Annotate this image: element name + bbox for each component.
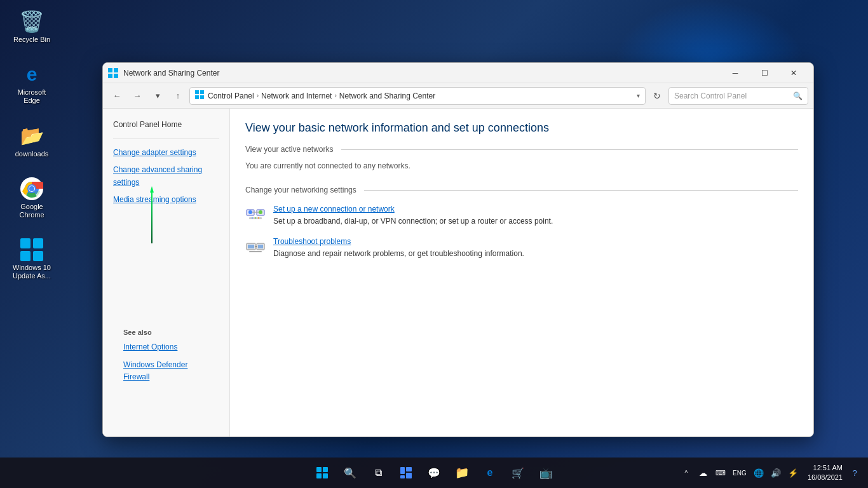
troubleshoot-link[interactable]: Troubleshoot problems <box>273 237 798 246</box>
change-settings-header: Change your networking settings <box>245 186 798 194</box>
setup-connection-content: Set up a new connection or network Set u… <box>273 205 798 227</box>
active-networks-header: View your active networks <box>245 145 798 154</box>
address-dropdown-icon[interactable]: ▾ <box>637 92 640 99</box>
svg-point-20 <box>259 210 262 214</box>
edge-label: Microsoft Edge <box>9 88 55 105</box>
window-icon <box>108 68 118 78</box>
taskbar-search-button[interactable]: 🔍 <box>337 460 363 485</box>
news-button[interactable]: 📺 <box>533 460 559 485</box>
breadcrumb: Control Panel › Network and Internet › N… <box>208 92 633 100</box>
svg-point-19 <box>248 210 252 214</box>
date-display: 16/08/2021 <box>808 473 843 482</box>
desktop-icon-edge[interactable]: e Microsoft Edge <box>6 59 57 107</box>
taskbar-edge-button[interactable]: e <box>477 460 503 485</box>
recycle-bin-label: Recycle Bin <box>13 36 50 44</box>
svg-rect-7 <box>20 251 31 261</box>
forward-button[interactable]: → <box>128 87 146 105</box>
recycle-bin-icon: 🗑️ <box>19 9 44 34</box>
see-also-label: See also <box>113 323 220 339</box>
edge-icon: e <box>19 62 44 87</box>
setup-connection-link[interactable]: Set up a new connection or network <box>273 205 798 214</box>
svg-point-4 <box>29 186 34 191</box>
teams-button[interactable]: 💬 <box>421 460 447 485</box>
task-view-button[interactable]: ⧉ <box>365 460 391 485</box>
svg-rect-27 <box>248 245 254 248</box>
taskbar-onedrive-icon[interactable]: ☁ <box>695 463 712 483</box>
time-display: 12:51 AM <box>808 463 843 473</box>
troubleshoot-desc: Diagnose and repair network problems, or… <box>273 249 524 258</box>
sidebar-media-streaming[interactable]: Media streaming options <box>103 191 229 208</box>
window-controls: ─ ☐ ✕ <box>721 63 808 83</box>
sidebar-separator <box>113 139 219 139</box>
chrome-label: Google Chrome <box>9 203 55 219</box>
title-bar: Network and Sharing Center ─ ☐ ✕ <box>103 63 813 83</box>
svg-rect-14 <box>200 90 204 94</box>
taskbar-question-icon[interactable]: ? <box>846 463 863 483</box>
setup-connection-desc: Set up a broadband, dial-up, or VPN conn… <box>273 217 553 226</box>
up-button[interactable]: ↑ <box>169 87 187 105</box>
desktop-icon-downloads[interactable]: 📂 downloads <box>6 121 57 161</box>
svg-rect-13 <box>195 90 199 94</box>
svg-rect-37 <box>323 473 328 478</box>
desktop-icon-recycle-bin[interactable]: 🗑️ Recycle Bin <box>6 6 57 46</box>
svg-rect-31 <box>249 251 262 252</box>
svg-rect-34 <box>316 467 322 472</box>
svg-rect-16 <box>200 95 204 99</box>
troubleshoot-item: Troubleshoot problems Diagnose and repai… <box>245 232 798 264</box>
sidebar-change-adapter-settings[interactable]: Change adapter settings <box>103 144 229 161</box>
maximize-button[interactable]: ☐ <box>750 63 779 83</box>
sidebar-windows-defender-firewall[interactable]: Windows Defender Firewall <box>113 356 220 386</box>
breadcrumb-sharing-center[interactable]: Network and Sharing Center <box>339 92 435 100</box>
downloads-icon: 📂 <box>19 123 44 149</box>
svg-rect-40 <box>406 473 412 478</box>
system-tray-chevron[interactable]: ^ <box>678 463 695 483</box>
desktop: 🗑️ Recycle Bin e Microsoft Edge 📂 downlo… <box>0 0 868 488</box>
sidebar-control-panel-home[interactable]: Control Panel Home <box>103 116 229 133</box>
back-button[interactable]: ← <box>108 87 126 105</box>
file-explorer-button[interactable]: 📁 <box>449 460 475 485</box>
main-content: View your basic network information and … <box>230 109 813 437</box>
windows-update-icon <box>19 237 44 262</box>
taskbar-keyboard-icon[interactable]: ⌨ <box>712 463 729 483</box>
sidebar-internet-options[interactable]: Internet Options <box>113 339 220 356</box>
troubleshoot-icon <box>245 237 266 257</box>
breadcrumb-icon <box>195 90 204 101</box>
window-title: Network and Sharing Center <box>123 69 715 78</box>
search-box[interactable]: Search Control Panel 🔍 <box>668 87 808 105</box>
refresh-button[interactable]: ↻ <box>648 87 666 105</box>
desktop-icon-windows-update[interactable]: Windows 10 Update As... <box>6 234 57 283</box>
svg-rect-8 <box>33 251 43 261</box>
address-input[interactable]: Control Panel › Network and Internet › N… <box>189 87 646 105</box>
svg-rect-36 <box>316 473 322 478</box>
sidebar-change-advanced-sharing[interactable]: Change advanced sharing settings <box>103 161 229 191</box>
breadcrumb-network-internet[interactable]: Network and Internet <box>261 92 332 100</box>
svg-rect-5 <box>20 238 31 248</box>
dropdown-button[interactable]: ▾ <box>149 87 166 105</box>
address-bar: ← → ▾ ↑ Control Panel › Network and Inte… <box>103 83 813 109</box>
svg-rect-39 <box>406 467 412 471</box>
svg-marker-32 <box>150 186 154 193</box>
close-button[interactable]: ✕ <box>779 63 808 83</box>
svg-rect-35 <box>323 467 328 472</box>
notification-area: ^ ☁ ⌨ ENG 🌐 🔊 ⚡ <box>675 463 804 483</box>
active-networks-label: View your active networks <box>245 145 339 154</box>
desktop-icons: 🗑️ Recycle Bin e Microsoft Edge 📂 downlo… <box>6 6 57 283</box>
setup-connection-icon <box>245 205 266 225</box>
widgets-button[interactable] <box>393 460 419 485</box>
desktop-icon-chrome[interactable]: Google Chrome <box>6 173 57 222</box>
minimize-button[interactable]: ─ <box>721 63 750 83</box>
network-sharing-window: Network and Sharing Center ─ ☐ ✕ ← → ▾ ↑ <box>102 62 814 437</box>
chrome-icon <box>19 176 44 201</box>
start-button[interactable] <box>309 460 335 485</box>
taskbar-battery-icon[interactable]: ⚡ <box>785 463 801 483</box>
breadcrumb-control-panel[interactable]: Control Panel <box>208 92 254 100</box>
taskbar-lang-icon[interactable]: ENG <box>729 463 750 483</box>
store-button[interactable]: 🛒 <box>505 460 531 485</box>
svg-point-25 <box>258 217 259 219</box>
taskbar-time[interactable]: 12:51 AM 16/08/2021 <box>808 463 843 483</box>
change-settings-label: Change your networking settings <box>245 186 362 194</box>
taskbar-network-icon[interactable]: 🌐 <box>750 463 767 483</box>
taskbar-volume-icon[interactable]: 🔊 <box>768 463 784 483</box>
sidebar: Control Panel Home Change adapter settin… <box>103 109 230 437</box>
taskbar-right: ^ ☁ ⌨ ENG 🌐 🔊 ⚡ 12:51 AM 16/08/2021 ? <box>675 463 863 483</box>
